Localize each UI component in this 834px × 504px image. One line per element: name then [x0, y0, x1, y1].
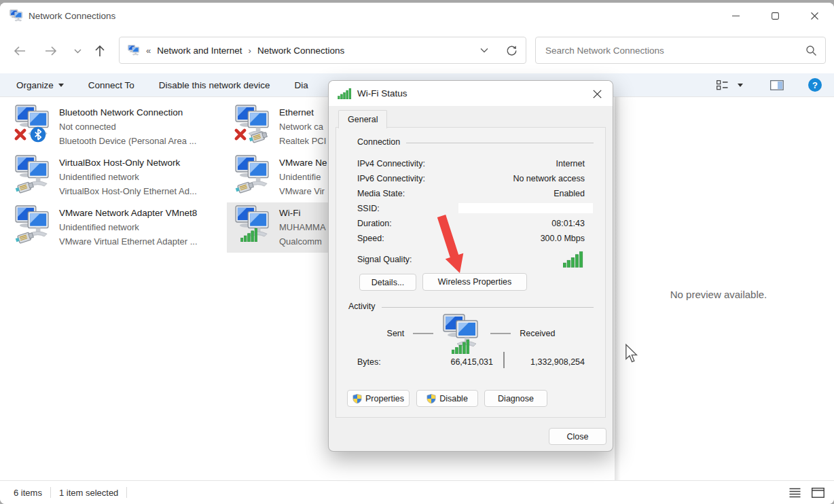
ethernet-plug-icon	[15, 230, 35, 244]
connection-device: Qualcomm	[279, 234, 326, 249]
signal-quality-bars-icon	[563, 251, 583, 268]
preview-pane-icon[interactable]	[770, 80, 784, 90]
view-options-caret-icon[interactable]	[738, 84, 743, 87]
disable-button-label: Disable	[439, 394, 468, 403]
details-button[interactable]: Details...	[359, 274, 416, 291]
list-item-vmnet8[interactable]: VMware Network Adapter VMnet8 Unidentifi…	[7, 202, 227, 253]
disable-device-label: Disable this network device	[159, 80, 270, 90]
search-icon[interactable]	[805, 45, 817, 56]
field-row-signal-quality: Signal Quality:	[357, 250, 585, 269]
field-label: Signal Quality:	[357, 255, 412, 264]
activity-computer-icon	[442, 314, 482, 353]
network-adapter-icon	[14, 154, 53, 196]
window-title: Network Connections	[29, 11, 115, 21]
wifi-signal-icon	[452, 340, 470, 354]
maximize-button[interactable]	[755, 3, 795, 29]
red-annotation-arrow	[430, 212, 471, 277]
search-input[interactable]	[544, 45, 805, 56]
large-icons-view-toggle-icon[interactable]	[812, 488, 824, 498]
diagnose-button-label: Diagnose	[498, 394, 534, 403]
field-label: Duration:	[357, 219, 392, 228]
uac-shield-icon	[427, 394, 436, 403]
minimize-button[interactable]	[716, 3, 755, 29]
connection-name: Wi-Fi	[279, 206, 326, 220]
received-label: Received	[520, 329, 555, 338]
field-label: IPv6 Connectivity:	[357, 174, 425, 183]
navigation-bar: « Network and Internet › Network Connect…	[0, 29, 834, 73]
breadcrumb-separator: ›	[249, 46, 251, 56]
field-value: Internet	[556, 159, 585, 168]
ethernet-plug-icon	[15, 179, 35, 194]
wifi-signal-icon	[240, 228, 258, 242]
connection-status: Unidentified network	[59, 170, 197, 184]
preview-pane: No preview available.	[621, 97, 834, 481]
dialog-close-button[interactable]	[588, 86, 606, 102]
activity-dash	[490, 333, 511, 334]
maximize-icon	[772, 12, 779, 20]
back-arrow-icon	[14, 46, 26, 56]
diagnose-button[interactable]: Diagnose	[484, 390, 547, 407]
tab-general-label: General	[348, 115, 378, 124]
organize-caret-icon	[58, 84, 64, 87]
recent-locations-button[interactable]	[67, 41, 88, 61]
details-view-toggle-icon[interactable]	[789, 488, 801, 498]
back-button[interactable]	[10, 41, 30, 61]
connection-name: VirtualBox Host-Only Network	[59, 156, 197, 170]
preview-pane-separator	[615, 97, 621, 481]
properties-button[interactable]: Properties	[347, 390, 410, 407]
network-connections-app-icon	[10, 10, 23, 22]
connect-to-label: Connect To	[88, 80, 134, 90]
network-folder-icon	[128, 45, 140, 56]
dialog-title-bar: Wi-Fi Status	[329, 81, 613, 106]
ssid-redacted-box	[458, 203, 593, 213]
breadcrumb-overflow-chevron[interactable]: «	[146, 46, 151, 56]
selected-count: 1 item selected	[59, 488, 118, 498]
close-dialog-button[interactable]: Close	[549, 428, 606, 445]
close-button[interactable]	[795, 3, 834, 29]
address-dropdown-chevron-icon[interactable]	[480, 48, 488, 53]
field-value: No network access	[513, 174, 585, 183]
activity-group-header: Activity	[348, 302, 594, 311]
organize-label: Organize	[16, 80, 54, 90]
address-bar[interactable]: « Network and Internet › Network Connect…	[119, 37, 526, 64]
bytes-sent-value: 66,415,031	[405, 357, 493, 367]
connection-status: Unidentifie	[279, 170, 327, 184]
ethernet-plug-icon	[235, 179, 255, 194]
statusbar-divider	[126, 487, 127, 498]
refresh-icon[interactable]	[506, 45, 518, 56]
details-view-icon[interactable]	[717, 80, 728, 90]
wireless-properties-label: Wireless Properties	[438, 277, 511, 287]
details-button-label: Details...	[371, 278, 405, 287]
connect-to-button[interactable]: Connect To	[88, 80, 134, 90]
items-count: 6 items	[14, 488, 42, 498]
organize-menu[interactable]: Organize	[16, 80, 64, 90]
bytes-label: Bytes:	[357, 357, 381, 367]
help-button[interactable]: ?	[808, 78, 822, 92]
tab-general[interactable]: General	[338, 110, 387, 128]
disable-button[interactable]: Disable	[416, 390, 478, 407]
bytes-received-value: 1,332,908,254	[483, 357, 585, 367]
field-value: 08:01:43	[551, 219, 585, 228]
field-label: SSID:	[357, 204, 380, 213]
field-label: Speed:	[357, 234, 384, 243]
search-box[interactable]	[535, 37, 826, 64]
close-button-label: Close	[567, 432, 589, 442]
list-item-virtualbox[interactable]: VirtualBox Host-Only Network Unidentifie…	[7, 152, 227, 202]
up-button[interactable]	[90, 41, 110, 61]
sent-label: Sent	[387, 329, 405, 338]
connection-name: VMware Ne	[279, 156, 327, 170]
breadcrumb-network-connections[interactable]: Network Connections	[257, 46, 344, 56]
breadcrumb-network-and-internet[interactable]: Network and Internet	[157, 46, 242, 56]
network-adapter-icon	[234, 103, 273, 145]
error-x-icon	[14, 128, 27, 141]
connection-status: Network ca	[279, 120, 326, 134]
title-bar: Network Connections	[0, 3, 834, 29]
group-divider-line	[382, 307, 594, 308]
connection-name: VMware Network Adapter VMnet8	[59, 206, 198, 220]
diagnose-connection-button[interactable]: Dia	[294, 80, 308, 90]
disable-device-button[interactable]: Disable this network device	[159, 80, 270, 90]
wifi-signal-icon	[338, 88, 352, 99]
forward-button[interactable]	[41, 41, 61, 61]
list-item-bluetooth[interactable]: Bluetooth Network Connection Not connect…	[7, 102, 227, 152]
properties-button-label: Properties	[365, 394, 404, 403]
